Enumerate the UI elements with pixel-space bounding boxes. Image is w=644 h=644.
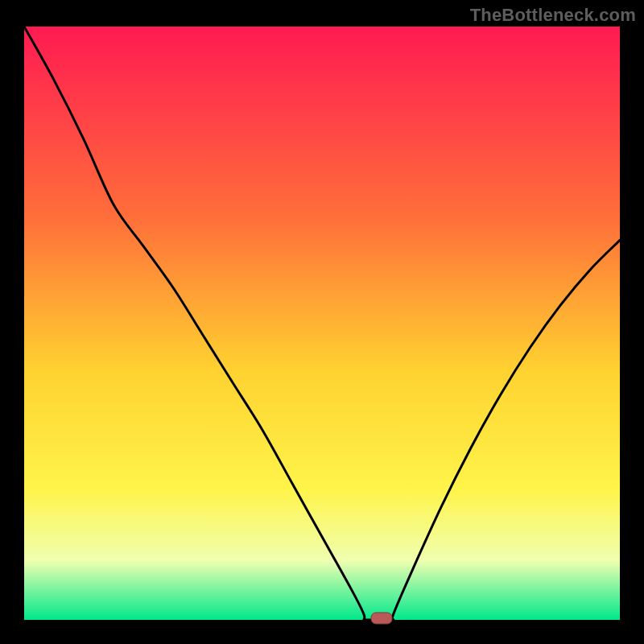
optimal-marker (371, 613, 392, 624)
chart-frame: TheBottleneck.com (0, 0, 644, 644)
plot-background (24, 27, 620, 620)
bottleneck-chart (0, 0, 644, 644)
watermark-text: TheBottleneck.com (470, 5, 636, 26)
